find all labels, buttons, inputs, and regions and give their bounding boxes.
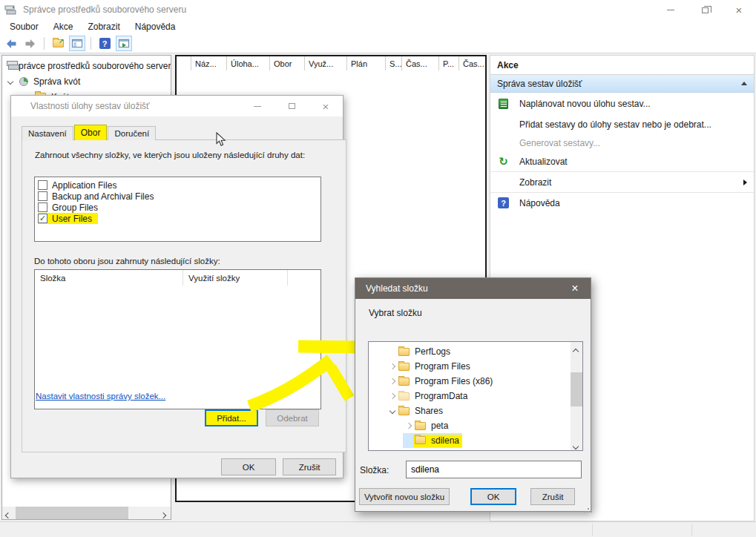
cancel-button[interactable]: Zrušit <box>283 458 336 475</box>
column-uloha[interactable]: Úloha... <box>227 56 270 70</box>
ok-button[interactable]: OK <box>470 488 516 505</box>
include-folders-label: Zahrnout všechny složky, ve kterých jsou… <box>35 151 305 159</box>
actions-section-label: Správa sestav úložišť <box>497 79 582 89</box>
checkbox-backup-files[interactable] <box>38 191 47 201</box>
action-refresh[interactable]: Aktualizovat <box>490 152 754 171</box>
tab-doruceni[interactable]: Doručení <box>108 126 156 140</box>
resize-grip[interactable] <box>585 505 586 507</box>
scrollbar-thumb[interactable] <box>16 507 128 519</box>
quota-icon <box>19 77 28 86</box>
new-window-button[interactable] <box>116 36 132 51</box>
scrollbar-thumb[interactable] <box>571 372 582 406</box>
menu-napoveda[interactable]: Nápověda <box>128 20 183 33</box>
close-button[interactable]: × <box>722 0 756 19</box>
tree-node-program-files[interactable]: Program Files <box>387 359 470 374</box>
tab-obor[interactable]: Obor <box>74 125 108 140</box>
tree-node-program-files-x86[interactable]: Program Files (x86) <box>387 374 493 389</box>
column-nazev[interactable]: Náz... <box>191 56 227 70</box>
menu-soubor[interactable]: Soubor <box>2 20 46 33</box>
column-cas-1[interactable]: Čas... <box>402 56 439 70</box>
tree-node-peta[interactable]: peta <box>403 418 448 433</box>
scroll-left-icon[interactable] <box>6 510 12 515</box>
column-obor[interactable]: Obor <box>270 56 305 70</box>
maximize-icon <box>289 103 295 109</box>
tree-node-label: PerfLogs <box>415 346 450 357</box>
tree-node-programdata[interactable]: ProgramData <box>387 389 467 403</box>
checkbox-user-files[interactable] <box>38 214 47 223</box>
show-console-tree-button[interactable] <box>69 36 85 51</box>
minimize-button[interactable] <box>654 0 688 19</box>
new-folder-button[interactable]: Vytvořit novou složku <box>359 488 450 505</box>
column-slozka[interactable]: Složka <box>35 270 183 286</box>
scroll-up-icon[interactable] <box>573 346 579 352</box>
toolbar-separator <box>91 37 91 50</box>
ok-button[interactable]: OK <box>221 458 276 475</box>
export-list-button[interactable]: ➚ <box>50 36 66 51</box>
tree-item-label: Správa kvót <box>33 76 80 87</box>
close-button[interactable]: × <box>559 278 591 299</box>
action-label: Naplánovat novou úlohu sestav... <box>519 99 651 109</box>
action-help[interactable]: Nápověda <box>490 194 754 212</box>
vertical-scrollbar[interactable] <box>571 342 582 450</box>
folder-icon <box>398 348 410 356</box>
tree-node-shares[interactable]: Shares <box>387 403 443 418</box>
column-p[interactable]: P... <box>439 56 459 70</box>
action-label: Aktualizovat <box>519 157 568 167</box>
cancel-button[interactable]: Zrušit <box>530 488 575 505</box>
file-group-row[interactable]: Group Files <box>38 202 98 213</box>
submenu-arrow-icon <box>743 179 747 185</box>
scope-list-header: Složka Využití složky <box>35 270 321 286</box>
file-group-row[interactable]: Backup and Archival Files <box>38 191 154 202</box>
help-icon <box>99 38 111 49</box>
minimize-button[interactable] <box>240 96 275 116</box>
column-blank[interactable] <box>177 56 191 70</box>
actions-section-header[interactable]: Správa sestav úložišť <box>490 75 754 93</box>
scroll-down-icon[interactable] <box>573 441 579 447</box>
checkbox-application-files[interactable] <box>38 180 47 190</box>
separator <box>490 171 754 172</box>
expander-collapsed-icon[interactable] <box>387 394 398 398</box>
folder-management-link[interactable]: Nastavit vlastnosti správy složek... <box>36 392 165 401</box>
expander-collapsed-icon[interactable] <box>387 364 398 369</box>
action-view[interactable]: Zobrazit <box>490 173 754 191</box>
menu-akce[interactable]: Akce <box>46 20 81 33</box>
checkbox-group-files[interactable] <box>38 202 47 212</box>
expander-expanded-icon[interactable] <box>387 409 398 413</box>
folder-icon <box>398 378 410 386</box>
chevron-expanded-icon[interactable] <box>7 78 13 84</box>
expander-collapsed-icon[interactable] <box>387 379 398 383</box>
tree-node-label: ProgramData <box>415 391 467 401</box>
add-button[interactable]: Přidat... <box>205 409 258 426</box>
tree-node-sdilena-selected[interactable]: sdilena <box>403 433 462 448</box>
folder-name-input[interactable] <box>406 461 582 478</box>
minimize-icon <box>667 10 674 10</box>
expander-collapsed-icon[interactable] <box>403 424 415 428</box>
horizontal-scrollbar[interactable] <box>2 507 171 519</box>
close-button[interactable]: × <box>309 96 343 116</box>
help-button[interactable] <box>96 36 113 51</box>
maximize-button[interactable] <box>275 96 309 116</box>
back-button[interactable] <box>3 36 19 51</box>
column-s[interactable]: S... <box>386 56 402 70</box>
forward-button[interactable] <box>22 36 39 51</box>
column-vyuziti-slozky[interactable]: Využití složky <box>183 270 288 286</box>
close-icon: × <box>571 282 578 295</box>
restore-button[interactable] <box>688 0 722 19</box>
tab-nastaveni[interactable]: Nastavení <box>22 126 73 140</box>
action-schedule-report-task[interactable]: Naplánovat novou úlohu sestav... <box>490 93 754 115</box>
menu-zobrazit[interactable]: Zobrazit <box>80 20 127 33</box>
tree-node-perflogs[interactable]: PerfLogs <box>387 344 450 359</box>
column-plan[interactable]: Plán <box>347 56 386 70</box>
tree-item-root[interactable]: Správce prostředků souborového serveru <box>2 59 171 73</box>
file-group-row[interactable]: Application Files <box>38 179 116 191</box>
list-column-header: Náz... Úloha... Obor Využ... Plán S... Č… <box>177 56 485 70</box>
action-add-remove-reports[interactable]: Přidat sestavy do úlohy sestav nebo je o… <box>490 115 754 134</box>
scope-folders-label: Do tohoto oboru jsou zahrnuty následujíc… <box>34 257 220 266</box>
separator <box>490 192 754 193</box>
checkbox-label: Group Files <box>52 202 98 213</box>
scroll-right-icon[interactable] <box>161 510 167 515</box>
file-group-row-highlighted[interactable]: User Files <box>38 213 98 224</box>
tree-item-sprava-kvot[interactable]: Správa kvót <box>2 74 171 88</box>
collapse-icon[interactable] <box>741 82 747 85</box>
column-vyuziti[interactable]: Využ... <box>305 56 347 70</box>
